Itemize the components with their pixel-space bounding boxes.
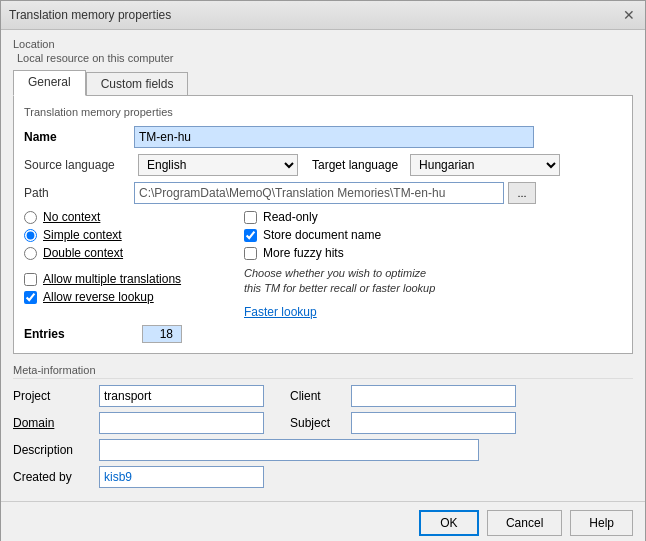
no-context-row: No context bbox=[24, 210, 224, 224]
domain-input[interactable] bbox=[99, 412, 264, 434]
meta-section: Meta-information Project Client Domain S… bbox=[13, 364, 633, 488]
subject-input[interactable] bbox=[351, 412, 516, 434]
close-button[interactable]: ✕ bbox=[621, 7, 637, 23]
project-input[interactable] bbox=[99, 385, 264, 407]
more-fuzzy-label[interactable]: More fuzzy hits bbox=[263, 246, 344, 260]
simple-context-label[interactable]: Simple context bbox=[43, 228, 122, 242]
source-language-label: Source language bbox=[24, 158, 134, 172]
allow-reverse-row: Allow reverse lookup bbox=[24, 290, 224, 304]
entries-value: 18 bbox=[142, 325, 182, 343]
browse-button[interactable]: ... bbox=[508, 182, 536, 204]
panel-title: Translation memory properties bbox=[24, 106, 622, 118]
domain-label: Domain bbox=[13, 416, 93, 430]
location-section: Location Local resource on this computer bbox=[13, 38, 633, 64]
path-row: Path ... bbox=[24, 182, 622, 204]
double-context-label[interactable]: Double context bbox=[43, 246, 123, 260]
store-doc-row: Store document name bbox=[244, 228, 622, 242]
description-input[interactable] bbox=[99, 439, 479, 461]
subject-label: Subject bbox=[290, 416, 345, 430]
name-label: Name bbox=[24, 130, 134, 144]
read-only-label[interactable]: Read-only bbox=[263, 210, 318, 224]
read-only-row: Read-only bbox=[244, 210, 622, 224]
domain-row: Domain Subject bbox=[13, 412, 633, 434]
project-row: Project Client bbox=[13, 385, 633, 407]
name-input[interactable] bbox=[134, 126, 534, 148]
double-context-radio[interactable] bbox=[24, 247, 37, 260]
translation-memory-dialog: Translation memory properties ✕ Location… bbox=[0, 0, 646, 541]
description-label: Description bbox=[13, 443, 93, 457]
client-label: Client bbox=[290, 389, 345, 403]
source-language-select[interactable]: English bbox=[138, 154, 298, 176]
allow-multiple-checkbox[interactable] bbox=[24, 273, 37, 286]
fuzzy-info-text: Choose whether you wish to optimize this… bbox=[244, 266, 444, 297]
context-options: No context Simple context Double context… bbox=[24, 210, 224, 319]
created-by-label: Created by bbox=[13, 470, 93, 484]
cancel-button[interactable]: Cancel bbox=[487, 510, 562, 536]
simple-context-row: Simple context bbox=[24, 228, 224, 242]
store-doc-checkbox[interactable] bbox=[244, 229, 257, 242]
options-area: No context Simple context Double context… bbox=[24, 210, 622, 319]
allow-reverse-label[interactable]: Allow reverse lookup bbox=[43, 290, 154, 304]
store-doc-label[interactable]: Store document name bbox=[263, 228, 381, 242]
title-bar: Translation memory properties ✕ bbox=[1, 1, 645, 30]
allow-multiple-label[interactable]: Allow multiple translations bbox=[43, 272, 181, 286]
right-options: Read-only Store document name More fuzzy… bbox=[244, 210, 622, 319]
description-row: Description bbox=[13, 439, 633, 461]
double-context-row: Double context bbox=[24, 246, 224, 260]
name-row: Name bbox=[24, 126, 622, 148]
location-label: Location bbox=[13, 38, 633, 50]
more-fuzzy-row: More fuzzy hits bbox=[244, 246, 622, 260]
target-language-select[interactable]: Hungarian bbox=[410, 154, 560, 176]
allow-reverse-checkbox[interactable] bbox=[24, 291, 37, 304]
tabs: General Custom fields bbox=[13, 70, 633, 96]
help-button[interactable]: Help bbox=[570, 510, 633, 536]
entries-label: Entries bbox=[24, 327, 134, 341]
simple-context-radio[interactable] bbox=[24, 229, 37, 242]
target-language-label: Target language bbox=[312, 158, 398, 172]
language-row: Source language English Target language … bbox=[24, 154, 622, 176]
dialog-footer: OK Cancel Help bbox=[1, 501, 645, 541]
read-only-checkbox[interactable] bbox=[244, 211, 257, 224]
dialog-body: Location Local resource on this computer… bbox=[1, 30, 645, 501]
faster-lookup-link[interactable]: Faster lookup bbox=[244, 305, 622, 319]
project-label: Project bbox=[13, 389, 93, 403]
tab-custom-fields[interactable]: Custom fields bbox=[86, 72, 189, 96]
entries-row: Entries 18 bbox=[24, 325, 622, 343]
location-value: Local resource on this computer bbox=[13, 52, 633, 64]
ok-button[interactable]: OK bbox=[419, 510, 479, 536]
path-input[interactable] bbox=[134, 182, 504, 204]
no-context-radio[interactable] bbox=[24, 211, 37, 224]
allow-multiple-row: Allow multiple translations bbox=[24, 272, 224, 286]
created-by-input[interactable] bbox=[99, 466, 264, 488]
meta-title: Meta-information bbox=[13, 364, 633, 379]
general-panel: Translation memory properties Name Sourc… bbox=[13, 95, 633, 354]
more-fuzzy-checkbox[interactable] bbox=[244, 247, 257, 260]
client-input[interactable] bbox=[351, 385, 516, 407]
no-context-label[interactable]: No context bbox=[43, 210, 100, 224]
created-by-row: Created by bbox=[13, 466, 633, 488]
path-label: Path bbox=[24, 186, 134, 200]
dialog-title: Translation memory properties bbox=[9, 8, 171, 22]
tab-general[interactable]: General bbox=[13, 70, 86, 96]
